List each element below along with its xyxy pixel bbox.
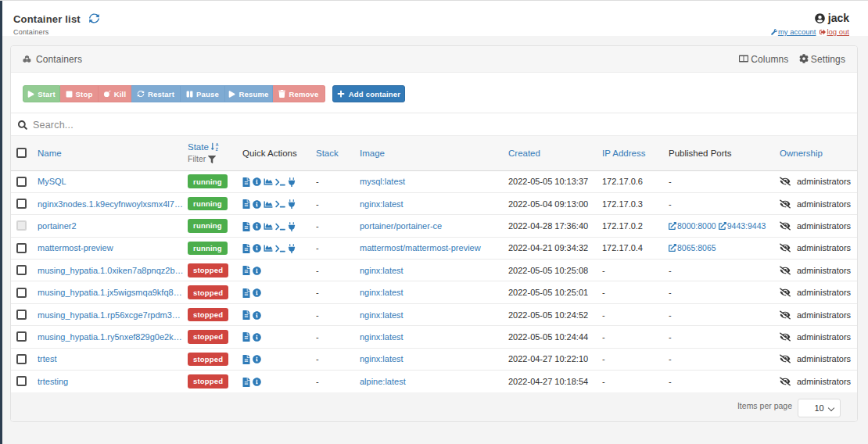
svg-text:Z: Z (216, 148, 218, 151)
svg-text:A: A (216, 143, 219, 147)
